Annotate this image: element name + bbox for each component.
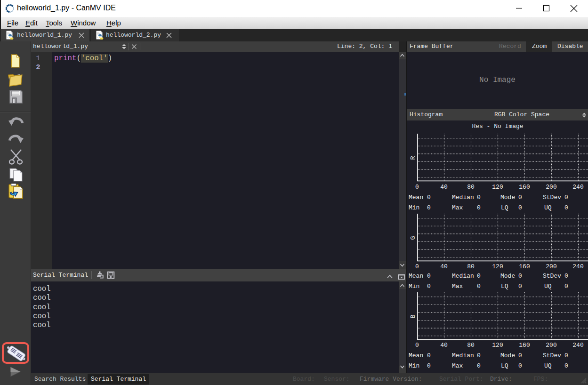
svg-text:G: G	[410, 236, 417, 240]
svg-text:R: R	[410, 156, 417, 160]
svg-text:B: B	[410, 314, 417, 318]
